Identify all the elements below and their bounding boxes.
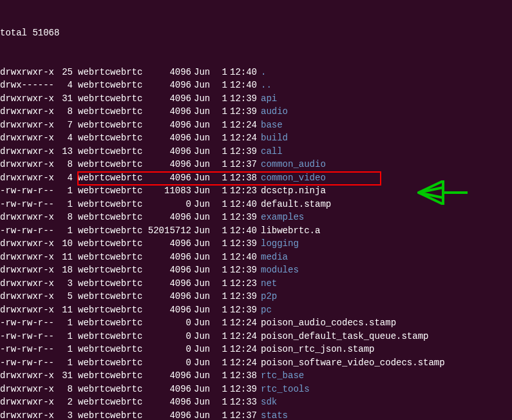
month: Jun [191,316,212,330]
size: 4096 [145,66,191,79]
owner: webrtc [73,343,109,356]
owner: webrtc [73,251,109,264]
perms: drwxrwxr-x [0,145,56,158]
ls-row: drwxrwxr-x31webrtcwebrtc4096Jun112:39api [0,92,512,106]
time: 12:23 [227,277,258,291]
terminal-output[interactable]: total 51068 drwxrwxr-x25webrtcwebrtc4096… [0,0,512,420]
time: 12:39 [227,92,258,106]
day: 1 [212,263,227,277]
perms: -rw-rw-r-- [0,316,56,330]
link-count: 8 [56,158,73,171]
ls-row: -rw-rw-r--1webrtcwebrtc11083Jun112:23dcs… [0,184,512,198]
file-entry: libwebrtc.a [258,225,320,236]
group: webrtc [109,383,145,396]
time: 12:39 [227,383,258,396]
owner: webrtc [73,171,109,185]
day: 1 [212,316,227,330]
ls-row: drwxrwxr-x7webrtcwebrtc4096Jun112:24base [0,119,512,132]
perms: drwxrwxr-x [0,409,56,420]
time: 12:24 [227,131,258,145]
day: 1 [212,343,227,356]
link-count: 31 [56,369,73,383]
ls-row: -rw-rw-r--1webrtcwebrtc0Jun112:24poison_… [0,316,512,330]
perms: drwxrwxr-x [0,171,56,185]
ls-row: -rw-rw-r--1webrtcwebrtc0Jun112:24poison_… [0,356,512,370]
time: 12:38 [227,171,258,185]
month: Jun [191,211,212,224]
group: webrtc [109,237,145,251]
perms: -rw-rw-r-- [0,198,56,211]
day: 1 [212,277,227,291]
owner: webrtc [73,330,109,343]
time: 12:40 [227,224,258,238]
dir-entry: stats [258,410,288,420]
ls-row: drwxrwxr-x18webrtcwebrtc4096Jun112:39mod… [0,263,512,277]
day: 1 [212,119,227,132]
ls-row: -rw-rw-r--1webrtcwebrtc0Jun112:24poison_… [0,330,512,343]
link-count: 10 [56,237,73,251]
perms: -rw-rw-r-- [0,343,56,356]
file-entry: poison_audio_codecs.stamp [258,318,396,328]
month: Jun [191,92,212,106]
link-count: 11 [56,251,73,264]
day: 1 [212,224,227,238]
group: webrtc [109,303,145,317]
owner: webrtc [73,211,109,224]
time: 12:39 [227,303,258,317]
size: 4096 [145,171,191,185]
owner: webrtc [73,66,109,79]
ls-row: drwxrwxr-x2webrtcwebrtc4096Jun112:33sdk [0,396,512,409]
ls-row: -rw-rw-r--1webrtcwebrtc0Jun112:40default… [0,198,512,211]
time: 12:39 [227,290,258,303]
month: Jun [191,184,212,198]
perms: drwxrwxr-x [0,66,56,79]
group: webrtc [109,316,145,330]
month: Jun [191,277,212,291]
day: 1 [212,383,227,396]
size: 4096 [145,79,191,92]
dir-entry: pc [258,305,272,315]
ls-row: drwxrwxr-x8webrtcwebrtc4096Jun112:39rtc_… [0,383,512,396]
group: webrtc [109,79,145,92]
month: Jun [191,383,212,396]
owner: webrtc [73,303,109,317]
ls-row: drwxrwxr-x8webrtcwebrtc4096Jun112:39exam… [0,211,512,224]
size: 11083 [145,184,191,198]
dir-entry: base [258,120,283,130]
size: 0 [145,356,191,370]
perms: -rw-rw-r-- [0,356,56,370]
perms: drwxrwxr-x [0,383,56,396]
link-count: 18 [56,263,73,277]
group: webrtc [109,356,145,370]
day: 1 [212,369,227,383]
size: 4096 [145,105,191,119]
month: Jun [191,79,212,92]
group: webrtc [109,251,145,264]
owner: webrtc [73,79,109,92]
ls-row: drwx------4webrtcwebrtc4096Jun112:40.. [0,79,512,92]
link-count: 8 [56,211,73,224]
time: 12:37 [227,158,258,171]
group: webrtc [109,369,145,383]
dir-entry: logging [258,238,299,249]
ls-row: drwxrwxr-x8webrtcwebrtc4096Jun112:39audi… [0,105,512,119]
ls-row: drwxrwxr-x11webrtcwebrtc4096Jun112:40med… [0,251,512,264]
link-count: 1 [56,356,73,370]
time: 12:24 [227,316,258,330]
month: Jun [191,237,212,251]
perms: -rw-rw-r-- [0,330,56,343]
perms: drwxrwxr-x [0,290,56,303]
group: webrtc [109,198,145,211]
size: 4096 [145,369,191,383]
time: 12:33 [227,396,258,409]
day: 1 [212,198,227,211]
day: 1 [212,237,227,251]
group: webrtc [109,105,145,119]
month: Jun [191,356,212,370]
day: 1 [212,66,227,79]
day: 1 [212,92,227,106]
link-count: 4 [56,79,73,92]
owner: webrtc [73,158,109,171]
day: 1 [212,356,227,370]
ls-row: drwxrwxr-x8webrtcwebrtc4096Jun112:37comm… [0,158,512,171]
